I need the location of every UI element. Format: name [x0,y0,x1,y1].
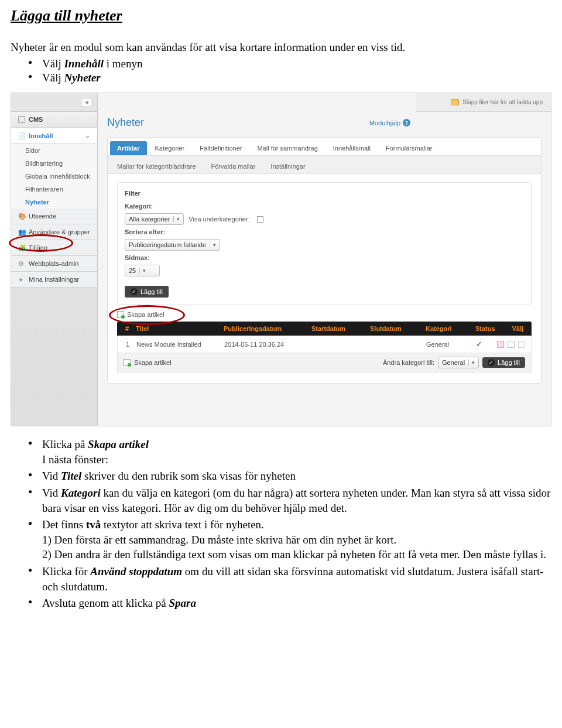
td-title[interactable]: News Module Installed [134,341,222,348]
td-pub: 2014-05-11 20.36.24 [222,341,310,348]
caret-down-icon: ▾ [173,216,180,222]
check-icon: ✓ [488,359,495,366]
tab-kategorier[interactable]: Kategorier [148,141,192,155]
sidebar-item-webbplats[interactable]: Webbplats-admin [11,256,97,272]
caret-down-icon: ▾ [468,360,475,365]
td-num: 1 [124,341,134,348]
caret-down-icon: ▾ [210,242,216,248]
sidebar-item-anvandare[interactable]: 👥Användare & grupper [11,224,97,240]
plugin-icon: 🧩 [18,244,25,251]
sidebar-sub-bild[interactable]: Bildhantering [11,157,97,170]
tab-forvalda[interactable]: Förvalda mallar [204,159,263,173]
edit-icon[interactable] [497,341,504,348]
sort-label: Sortera efter: [125,228,524,235]
filter-box: Filter Kategori: Alla kategorier▾ Visa u… [117,182,532,305]
bullet: Avsluta genom att klicka på Spara [28,596,551,611]
sidebar: ◂ CMS 📄Innehåll⌄ Sidor Bildhantering Glo… [11,93,98,426]
bullet: Vid Titel skriver du den rubrik som ska … [28,469,551,484]
tab-formularsmallar[interactable]: Formulärsmallar [379,141,439,155]
check-icon: ✓ [131,288,138,295]
page-heading: Lägga till nyheter [11,7,551,25]
folder-icon [451,99,459,105]
td-status[interactable] [474,340,497,348]
sort-select[interactable]: Publiceringsdatum fallande▾ [125,239,220,251]
chevron-down-icon: ⌄ [85,132,90,139]
th-start[interactable]: Startdatum [309,325,368,332]
users-icon: 👥 [18,228,25,235]
sidebar-sub-globala[interactable]: Globala Innehållsblock [11,170,97,183]
table-footer: Skapa artikel Ändra kategori till: Gener… [117,353,532,372]
doc-icon: 📄 [18,132,25,139]
filter-title: Filter [125,190,524,197]
tab-innehallsmall[interactable]: Innehållsmall [326,141,378,155]
home-icon [18,116,25,123]
tab-artiklar[interactable]: Artiklar [110,141,147,155]
tab-faltdefinitioner[interactable]: Fältdefinitioner [193,141,249,155]
sidebar-item-utseende[interactable]: 🎨Utseende [11,209,97,224]
tab-mallar-kategori[interactable]: Mallar för kategoribläddrare [110,159,203,173]
subcat-label: Visa underkategorier: [189,216,249,223]
th-valj: Välj [509,325,526,332]
new-doc-icon [117,311,124,318]
tab-installningar[interactable]: Inställningar [263,159,312,173]
kategori-label: Kategori: [125,203,524,210]
bullet: Välj Innehåll i menyn [28,57,551,70]
footer-add-button[interactable]: ✓Lägg till [482,357,525,368]
th-kat[interactable]: Kategori [423,325,473,332]
select-checkbox[interactable] [518,341,525,348]
th-num: # [123,325,133,332]
th-status[interactable]: Status [473,325,508,332]
module-help-link[interactable]: Modulhjälp? [369,119,410,127]
bullet: Vid Kategori kan du välja en kategori (o… [28,486,551,515]
bullet: Klicka för Använd stoppdatum om du vill … [28,564,551,594]
change-cat-label: Ändra kategori till: [383,359,434,366]
tab-mall-sammandrag[interactable]: Mall för sammandrag [250,141,324,155]
sidebar-header-cms[interactable]: CMS [11,112,97,128]
help-icon: ? [403,119,410,127]
create-article-link-top[interactable]: Skapa artikel [117,311,532,318]
sidebar-sub-nyheter[interactable]: Nyheter [11,196,97,209]
bullet: Klicka på Skapa artikel I nästa fönster: [28,437,551,467]
th-slut[interactable]: Slutdatum [368,325,423,332]
sidebar-item-mina[interactable]: Mina Inställningar [11,272,97,288]
file-dropzone[interactable]: Släpp filer här för att ladda upp [416,93,551,112]
sidmax-select[interactable]: 25▾ [125,265,160,276]
sidebar-item-tillagg[interactable]: 🧩Tillägg [11,240,97,256]
collapse-sidebar-button[interactable]: ◂ [81,98,92,107]
intro-text: Nyheter är en modul som kan användas för… [11,41,551,54]
table-row[interactable]: 1 News Module Installed 2014-05-11 20.36… [117,336,532,353]
change-cat-select[interactable]: General▾ [438,357,479,368]
new-doc-icon [124,359,131,366]
sidebar-sub-fil[interactable]: Filhanteraren [11,183,97,196]
subcat-checkbox[interactable] [257,216,263,223]
kategori-select[interactable]: Alla kategorier▾ [125,213,184,225]
bullet: Det finns två textytor att skriva text i… [28,517,551,562]
star-icon [18,276,25,283]
bullet: Välj Nyheter [28,71,551,84]
create-article-link-bottom[interactable]: Skapa artikel [134,359,172,366]
appearance-icon: 🎨 [18,213,25,220]
th-title[interactable]: Titel [133,325,221,332]
sidebar-sub-sidor[interactable]: Sidor [11,144,97,157]
copy-icon[interactable] [508,341,515,348]
filter-apply-button[interactable]: ✓Lägg till [125,286,169,298]
sidebar-item-innehall[interactable]: 📄Innehåll⌄ [11,128,97,144]
gear-icon [18,260,25,267]
tabs-container: Artiklar Kategorier Fältdefinitioner Mal… [107,137,542,384]
check-icon [476,341,482,348]
table-header: # Titel Publiceringsdatum Startdatum Slu… [117,322,532,336]
screenshot: ◂ CMS 📄Innehåll⌄ Sidor Bildhantering Glo… [11,93,551,426]
td-kat: General [424,341,474,348]
module-title: Nyheter [107,117,144,129]
th-pub[interactable]: Publiceringsdatum [221,325,309,332]
main-panel: Släpp filer här för att ladda upp Nyhete… [98,93,551,426]
sidmax-label: Sidmax: [125,254,524,261]
caret-down-icon: ▾ [139,268,146,274]
